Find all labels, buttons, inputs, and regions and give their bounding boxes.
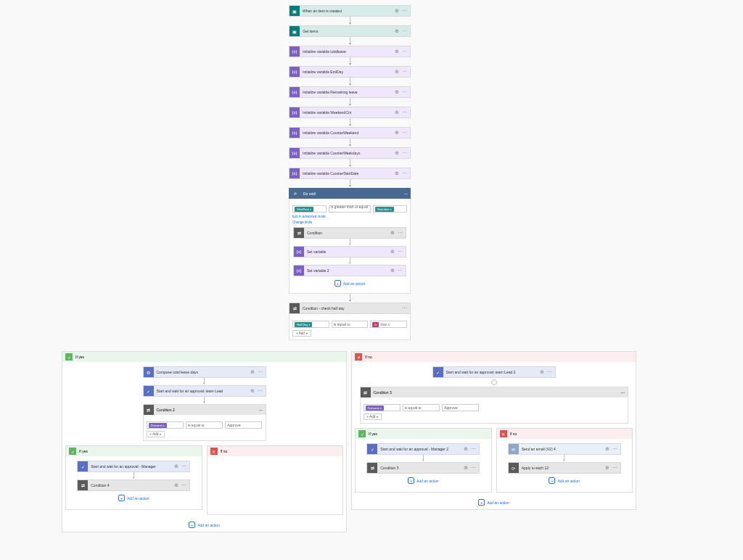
add-action-link[interactable]: +Add an action	[118, 495, 149, 501]
flow-canvas: ▣ When an item is created ⊕⋯ ▾ ▣ Get ite…	[0, 0, 743, 560]
approval-card[interactable]: ✓Start and wait for an approval: team Le…	[143, 385, 266, 397]
add-condition-button[interactable]: + Add▾	[292, 330, 311, 337]
add-condition-button[interactable]: + Add▾	[147, 431, 165, 437]
condition-icon: ⇄	[290, 303, 300, 313]
condition-icon: ⇄	[78, 480, 88, 490]
cross-icon: ✕	[500, 430, 507, 437]
getitems-card[interactable]: ▣ Get items ⊕⋯	[289, 25, 411, 37]
send-email-card[interactable]: ✉Send an email (V2) 4⊕⋯	[508, 443, 621, 455]
init-var-card[interactable]: {x}Initialize variable totalleave⊕⋯	[289, 46, 411, 57]
add-action-link[interactable]: +Add an action	[62, 522, 346, 528]
collapse-icon[interactable]: ⊕	[395, 8, 399, 14]
variable-icon: {x}	[294, 265, 304, 276]
condition3-box: ⇄Condition 3⋯ Outcome x is equal to Appr…	[360, 387, 628, 424]
left-operand[interactable]: StartDate x	[292, 205, 327, 213]
variable-icon: {x}	[290, 46, 300, 57]
right-operand[interactable]: fxtrue x	[370, 321, 407, 328]
inner-if-no: ✕If no ✉Send an email (V2) 4⊕⋯ ▾ ⟳Apply …	[496, 428, 633, 493]
more-icon[interactable]: ⋯	[402, 28, 407, 34]
operator-select[interactable]: is equal to	[332, 321, 369, 328]
collapse-icon[interactable]: ⊕	[395, 49, 399, 54]
right-operand[interactable]: Approve	[225, 421, 262, 429]
condition-card[interactable]: ⇄Condition⊕⋯	[293, 227, 406, 239]
left-operand[interactable]: Half Day x	[292, 321, 329, 328]
add-action-link[interactable]: +Add an action	[408, 477, 439, 484]
init-var-card[interactable]: {x}Initialize variable Remaining leave⊕⋯	[289, 86, 411, 98]
add-action-link[interactable]: +Add an action	[352, 499, 636, 506]
token-enddate: End date x	[375, 207, 393, 212]
more-icon[interactable]: ⋯	[402, 49, 407, 54]
init-var-card[interactable]: {x}Initialize variable CounterWeekend⊕⋯	[289, 127, 411, 139]
add-action-link[interactable]: +Add an action	[334, 280, 366, 287]
variable-icon: {x}	[290, 148, 300, 158]
variable-icon: {x}	[290, 128, 300, 138]
more-icon[interactable]: ⋯	[402, 8, 407, 14]
add-action-link[interactable]: +Add an action	[549, 477, 580, 484]
cross-icon: ✕	[355, 353, 362, 361]
if-yes-header: ✓If yes	[62, 352, 346, 362]
init-var-card[interactable]: {x}Initialize variable CounterWeekdays⊕⋯	[289, 147, 411, 159]
main-flow-column: ▣ When an item is created ⊕⋯ ▾ ▣ Get ite…	[289, 5, 411, 340]
card-actions: ⊕⋯	[395, 8, 410, 14]
right-operand[interactable]: End date x	[373, 205, 407, 213]
left-operand[interactable]: Outcome x	[364, 404, 401, 411]
apply-each-card[interactable]: ⟳Apply to each 12⊕⋯	[508, 462, 621, 474]
variable-icon: {x}	[290, 168, 300, 178]
compose-icon: ⚙	[144, 367, 154, 377]
setvar-card[interactable]: {x}Set variable⊕⋯	[293, 246, 406, 258]
variable-icon: {x}	[290, 67, 300, 77]
check-icon: ✓	[358, 430, 366, 437]
card-title: Get items	[300, 29, 395, 33]
insert-step-circle[interactable]	[491, 379, 497, 385]
edit-advanced-link[interactable]: Edit in advanced mode	[292, 215, 407, 218]
condition4-card[interactable]: ⇄Condition 4⊕⋯	[77, 479, 190, 491]
condition5-card[interactable]: ⇄Condition 5⊕⋯	[366, 462, 480, 474]
do-until-header[interactable]: ⟳ Do until ⋯	[289, 188, 411, 199]
variable-icon: {x}	[290, 107, 300, 118]
condition-icon: ⇄	[294, 228, 304, 238]
inner-if-yes: ✓If yes ✓Start and wait for an approval …	[355, 428, 492, 493]
if-no-branch: ✕If no ✓Start and wait for an approval: …	[351, 351, 636, 510]
condition-halfday: ⇄Condition - check half day⋯ Half Day x …	[289, 302, 411, 340]
do-until-condition-row: StartDate x is greater than or equal ...…	[292, 205, 407, 213]
approval-icon: ✓	[144, 386, 154, 396]
check-icon: ✓	[69, 448, 76, 455]
loop-icon: ⟳	[290, 189, 300, 199]
outlook-icon: ✉	[509, 444, 519, 454]
token-startdate: StartDate x	[295, 207, 313, 212]
variable-icon: {x}	[294, 247, 304, 257]
setvar-card[interactable]: {x}Set variable 2⊕⋯	[293, 265, 406, 276]
compose-card[interactable]: ⚙Compose total leave days⊕⋯	[143, 366, 266, 378]
right-operand[interactable]: Approve	[442, 404, 479, 411]
if-yes-branch: ✓If yes ⚙Compose total leave days⊕⋯ ▾ ✓S…	[62, 351, 347, 532]
approval-card[interactable]: ✓Start and wait for an approval: team Le…	[432, 366, 556, 378]
condition-icon: ⇄	[367, 463, 377, 473]
left-operand[interactable]: Outcome x	[147, 421, 184, 429]
approval-icon: ✓	[433, 367, 443, 377]
init-var-card[interactable]: {x}Initialize variable WeekendCnt⊕⋯	[289, 107, 411, 118]
sharepoint-icon: ▣	[290, 26, 300, 36]
change-limits-link[interactable]: Change limits	[292, 221, 407, 224]
operator-select[interactable]: is equal to	[403, 404, 440, 411]
inner-if-yes: ✓If yes ✓Start and wait for an approval …	[65, 445, 202, 510]
init-var-card[interactable]: {x}Initialize variable EndDay⊕⋯	[289, 66, 411, 78]
operator-select[interactable]: is greater than or equal ...	[329, 205, 372, 213]
trigger-card[interactable]: ▣ When an item is created ⊕⋯	[289, 5, 411, 17]
condition2-header[interactable]: ⇄Condition 2⋯	[144, 405, 266, 415]
variable-icon: {x}	[290, 87, 300, 97]
card-title: When an item is created	[300, 9, 395, 13]
do-until-container: ⟳ Do until ⋯ StartDate x is greater than…	[289, 188, 411, 294]
init-var-card[interactable]: {x}Initialize variable CounterStartDate⊕…	[289, 168, 411, 179]
cross-icon: ✕	[210, 448, 218, 455]
operator-select[interactable]: is equal to	[186, 421, 223, 429]
add-condition-button[interactable]: + Add▾	[364, 413, 382, 420]
approval-mgr-card[interactable]: ✓Start and wait for an approval - Manage…	[77, 461, 190, 472]
approval-mgr-card[interactable]: ✓Start and wait for an approval - Manage…	[366, 443, 480, 455]
connector-arrow: ▾	[349, 17, 351, 25]
more-icon[interactable]: ⋯	[404, 192, 408, 196]
approval-icon: ✓	[367, 444, 377, 454]
collapse-icon[interactable]: ⊕	[395, 28, 399, 34]
condition-header[interactable]: ⇄Condition - check half day⋯	[289, 302, 411, 314]
condition3-header[interactable]: ⇄Condition 3⋯	[361, 387, 628, 398]
check-icon: ✓	[65, 353, 73, 361]
